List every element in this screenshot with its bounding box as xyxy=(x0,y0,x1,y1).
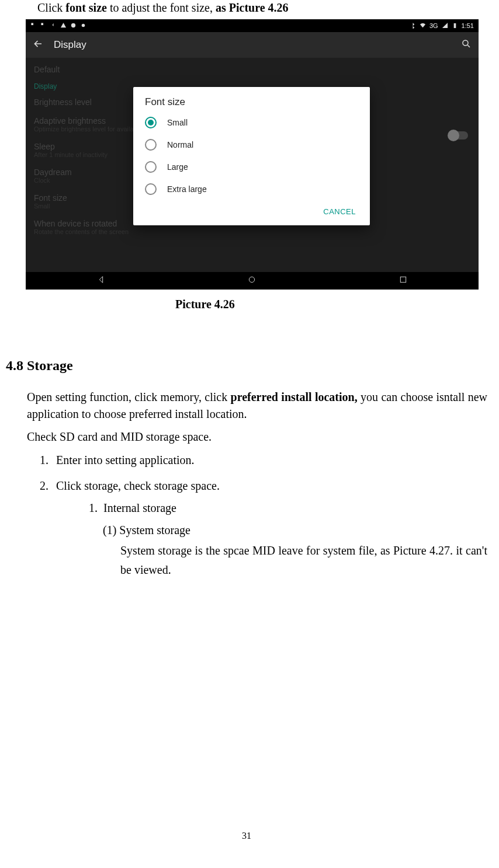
list-item[interactable]: Default xyxy=(34,65,470,74)
nav-back-icon[interactable] xyxy=(96,275,106,287)
app-bar: Display xyxy=(26,32,479,58)
font-size-dialog: Font size Small Normal Large Extra large… xyxy=(133,87,370,225)
figure-caption: Picture 4.26 xyxy=(6,298,487,311)
svg-point-6 xyxy=(250,277,255,282)
download-icon xyxy=(50,22,57,30)
svg-point-2 xyxy=(71,23,75,27)
list-item: 2.Click storage, check storage space. xyxy=(6,475,487,497)
svg-rect-7 xyxy=(400,277,406,282)
notification-icon xyxy=(70,22,77,30)
radio-icon xyxy=(145,183,157,195)
notification-icon xyxy=(40,22,47,30)
option-large[interactable]: Large xyxy=(133,156,370,178)
paragraph: Open setting function, click memory, cli… xyxy=(6,389,487,423)
clock-text: 1:51 xyxy=(462,22,474,29)
nav-recent-icon[interactable] xyxy=(398,275,408,287)
svg-point-3 xyxy=(82,23,85,27)
radio-icon xyxy=(145,139,157,151)
screenshot-figure: 3G 1:51 Display Default Display Brightne… xyxy=(26,19,479,290)
svg-point-5 xyxy=(463,40,468,46)
settings-small-icon xyxy=(80,22,86,30)
network-label: 3G xyxy=(429,22,438,29)
svg-rect-1 xyxy=(41,23,43,25)
adaptive-brightness-toggle[interactable] xyxy=(449,131,468,140)
radio-icon xyxy=(145,161,157,173)
nav-home-icon[interactable] xyxy=(247,275,257,287)
warning-icon xyxy=(60,22,67,30)
option-normal[interactable]: Normal xyxy=(133,134,370,156)
intro-text: Click font size to adjust the font size,… xyxy=(6,1,487,15)
radio-icon xyxy=(145,117,157,128)
option-small[interactable]: Small xyxy=(133,111,370,134)
status-bar: 3G 1:51 xyxy=(26,19,479,32)
bluetooth-icon xyxy=(410,22,416,30)
wifi-icon xyxy=(420,22,426,30)
paragraph: System storage is the spcae MID leave fo… xyxy=(6,541,487,580)
search-icon[interactable] xyxy=(461,39,472,52)
list-item: 1. Internal storage xyxy=(6,497,487,519)
notification-icon xyxy=(30,22,37,30)
battery-icon xyxy=(452,22,458,30)
usb-icon xyxy=(90,22,96,30)
svg-rect-0 xyxy=(31,23,33,25)
section-heading: 4.8 Storage xyxy=(6,358,487,374)
cancel-button[interactable]: CANCEL xyxy=(318,204,361,219)
option-extra-large[interactable]: Extra large xyxy=(133,178,370,200)
back-icon[interactable] xyxy=(33,39,43,52)
page-number: 31 xyxy=(6,831,487,841)
svg-rect-4 xyxy=(453,23,456,27)
list-item: (1) System storage xyxy=(6,519,487,541)
paragraph: Check SD card and MID storage space. xyxy=(6,428,487,445)
app-bar-title: Display xyxy=(54,39,461,51)
signal-icon xyxy=(442,22,448,30)
list-item: 1.Enter into setting application. xyxy=(6,449,487,471)
nav-bar xyxy=(26,272,479,290)
dialog-title: Font size xyxy=(133,96,370,111)
